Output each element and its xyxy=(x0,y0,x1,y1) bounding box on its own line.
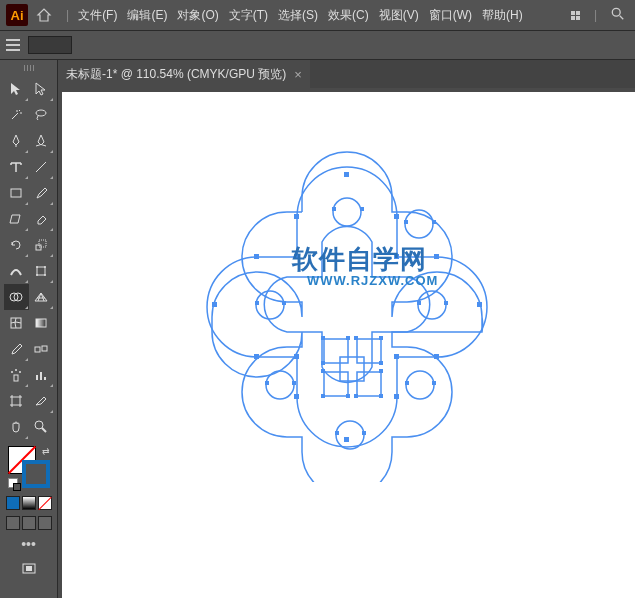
document-tab[interactable]: 未标题-1* @ 110.54% (CMYK/GPU 预览) × xyxy=(58,60,310,88)
line-tool[interactable] xyxy=(29,154,54,180)
menu-file[interactable]: 文件(F) xyxy=(73,7,122,24)
svg-point-9 xyxy=(44,266,46,268)
draw-inside[interactable] xyxy=(38,516,52,530)
svg-rect-70 xyxy=(335,431,339,435)
scale-tool[interactable] xyxy=(29,232,54,258)
menu-bar: Ai | 文件(F) 编辑(E) 对象(O) 文字(T) 选择(S) 效果(C)… xyxy=(0,0,635,30)
drawing-modes xyxy=(6,516,52,530)
width-tool[interactable] xyxy=(4,258,29,284)
search-icon[interactable] xyxy=(611,7,625,24)
menu-effect[interactable]: 效果(C) xyxy=(323,7,374,24)
svg-rect-83 xyxy=(379,394,383,398)
svg-rect-16 xyxy=(35,347,40,352)
svg-rect-63 xyxy=(282,301,286,305)
paintbrush-tool[interactable] xyxy=(29,180,54,206)
slice-tool[interactable] xyxy=(29,388,54,414)
home-icon[interactable] xyxy=(36,7,52,23)
color-mode[interactable] xyxy=(6,496,20,510)
svg-rect-68 xyxy=(405,381,409,385)
menu-edit[interactable]: 编辑(E) xyxy=(122,7,172,24)
menu-help[interactable]: 帮助(H) xyxy=(477,7,528,24)
app-logo: Ai xyxy=(6,4,28,26)
svg-rect-18 xyxy=(14,375,18,381)
color-well[interactable]: ⇄ xyxy=(8,446,50,488)
draw-behind[interactable] xyxy=(22,516,36,530)
curvature-tool[interactable] xyxy=(29,128,54,154)
menu-window[interactable]: 窗口(W) xyxy=(424,7,477,24)
svg-rect-50 xyxy=(294,354,299,359)
tab-close-icon[interactable]: × xyxy=(294,67,302,82)
artboard-tool[interactable] xyxy=(4,388,29,414)
panel-menu-icon[interactable] xyxy=(6,39,20,51)
svg-rect-55 xyxy=(344,437,349,442)
selection-tool[interactable] xyxy=(4,76,29,102)
svg-rect-82 xyxy=(354,394,358,398)
mesh-tool[interactable] xyxy=(4,310,29,336)
symbol-sprayer-tool[interactable] xyxy=(4,362,29,388)
svg-rect-38 xyxy=(357,339,381,363)
svg-point-10 xyxy=(36,274,38,276)
swap-colors-icon[interactable]: ⇄ xyxy=(42,446,50,456)
svg-rect-75 xyxy=(379,336,383,340)
svg-point-30 xyxy=(333,198,361,226)
draw-normal[interactable] xyxy=(6,516,20,530)
stroke-color[interactable] xyxy=(22,460,50,488)
menu-type[interactable]: 文字(T) xyxy=(224,7,273,24)
magic-wand-tool[interactable] xyxy=(4,102,29,128)
svg-rect-57 xyxy=(477,302,482,307)
gradient-tool[interactable] xyxy=(29,310,54,336)
menu-divider: | xyxy=(594,8,597,22)
artwork[interactable] xyxy=(182,142,522,482)
tab-bar: 未标题-1* @ 110.54% (CMYK/GPU 预览) × xyxy=(58,60,635,88)
svg-rect-71 xyxy=(362,431,366,435)
eraser-tool[interactable] xyxy=(29,206,54,232)
svg-point-2 xyxy=(36,110,46,116)
options-selector[interactable] xyxy=(28,36,72,54)
canvas[interactable]: 软件自学网 WWW.RJZXW.COM xyxy=(62,92,635,598)
column-graph-tool[interactable] xyxy=(29,362,54,388)
hand-tool[interactable] xyxy=(4,414,29,440)
svg-line-27 xyxy=(42,428,46,432)
svg-point-20 xyxy=(15,369,17,371)
menu-divider: | xyxy=(66,8,69,22)
free-transform-tool[interactable] xyxy=(29,258,54,284)
svg-rect-25 xyxy=(12,397,20,405)
svg-point-11 xyxy=(44,274,46,276)
screen-mode-tool[interactable] xyxy=(4,556,54,582)
svg-rect-37 xyxy=(324,339,348,363)
svg-rect-54 xyxy=(344,172,349,177)
toolbox-handle[interactable] xyxy=(9,64,49,72)
more-tools-icon[interactable]: ••• xyxy=(21,536,36,552)
watermark-text: 软件自学网 xyxy=(292,242,427,277)
gradient-mode[interactable] xyxy=(22,496,36,510)
pen-tool[interactable] xyxy=(4,128,29,154)
svg-rect-7 xyxy=(37,267,45,275)
svg-point-26 xyxy=(35,421,43,429)
shape-builder-tool[interactable] xyxy=(4,284,29,310)
zoom-tool[interactable] xyxy=(29,414,54,440)
svg-rect-23 xyxy=(40,372,42,380)
blend-tool[interactable] xyxy=(29,336,54,362)
svg-rect-61 xyxy=(432,220,436,224)
none-mode[interactable] xyxy=(38,496,52,510)
svg-rect-22 xyxy=(36,375,38,380)
svg-rect-29 xyxy=(26,566,32,571)
draw-mode-row xyxy=(6,496,52,510)
svg-rect-42 xyxy=(294,214,299,219)
shaper-tool[interactable] xyxy=(4,206,29,232)
perspective-grid-tool[interactable] xyxy=(29,284,54,310)
lasso-tool[interactable] xyxy=(29,102,54,128)
menu-object[interactable]: 对象(O) xyxy=(172,7,223,24)
type-tool[interactable] xyxy=(4,154,29,180)
menu-view[interactable]: 视图(V) xyxy=(374,7,424,24)
rotate-tool[interactable] xyxy=(4,232,29,258)
svg-rect-81 xyxy=(346,394,350,398)
workspace-switcher-icon[interactable] xyxy=(571,11,580,20)
rectangle-tool[interactable] xyxy=(4,180,29,206)
eyedropper-tool[interactable] xyxy=(4,336,29,362)
direct-selection-tool[interactable] xyxy=(29,76,54,102)
toolbox: ⇄ ••• xyxy=(0,60,58,598)
default-colors-icon[interactable] xyxy=(8,478,18,488)
menu-select[interactable]: 选择(S) xyxy=(273,7,323,24)
svg-rect-62 xyxy=(255,301,259,305)
